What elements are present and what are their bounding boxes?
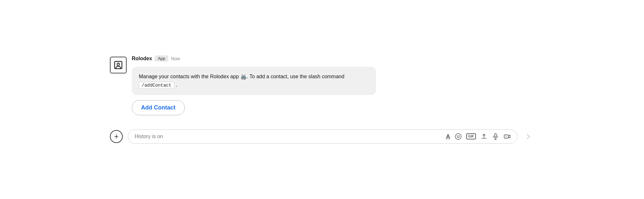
- message-header: Rolodex App Now: [132, 55, 534, 62]
- svg-rect-8: [504, 135, 508, 138]
- send-button[interactable]: [523, 132, 534, 141]
- svg-point-1: [117, 63, 120, 66]
- svg-point-3: [457, 136, 458, 136]
- message-text-before: Manage your contacts with the Rolodex ap…: [139, 74, 344, 79]
- text-format-icon: A: [446, 134, 450, 139]
- message-content: Rolodex App Now Manage your contacts wit…: [132, 55, 534, 115]
- input-row: + A GIF: [110, 129, 534, 144]
- app-badge: App: [155, 55, 168, 62]
- svg-point-4: [459, 136, 459, 136]
- svg-rect-5: [495, 133, 496, 137]
- text-format-button[interactable]: A: [446, 134, 450, 139]
- main-container: Rolodex App Now Manage your contacts wit…: [97, 49, 547, 150]
- plus-button[interactable]: +: [110, 130, 123, 143]
- svg-point-2: [455, 133, 461, 139]
- input-bar: A GIF: [128, 129, 517, 144]
- timestamp: Now: [171, 56, 180, 61]
- sender-name: Rolodex: [132, 56, 152, 62]
- video-button[interactable]: [504, 133, 511, 140]
- add-contact-button[interactable]: Add Contact: [132, 100, 185, 115]
- avatar: [110, 57, 127, 73]
- mic-button[interactable]: [492, 133, 499, 140]
- upload-button[interactable]: [480, 133, 487, 140]
- message-row: Rolodex App Now Manage your contacts wit…: [110, 55, 534, 115]
- slash-command: /addContact: [139, 82, 174, 89]
- gif-button[interactable]: GIF: [466, 133, 476, 139]
- send-icon: [524, 132, 533, 141]
- input-icons: A GIF: [446, 133, 511, 140]
- gif-icon: GIF: [466, 133, 476, 139]
- message-input[interactable]: [135, 134, 442, 139]
- message-text-after: .: [176, 82, 177, 88]
- message-bubble: Manage your contacts with the Rolodex ap…: [132, 67, 376, 95]
- emoji-button[interactable]: [455, 133, 462, 140]
